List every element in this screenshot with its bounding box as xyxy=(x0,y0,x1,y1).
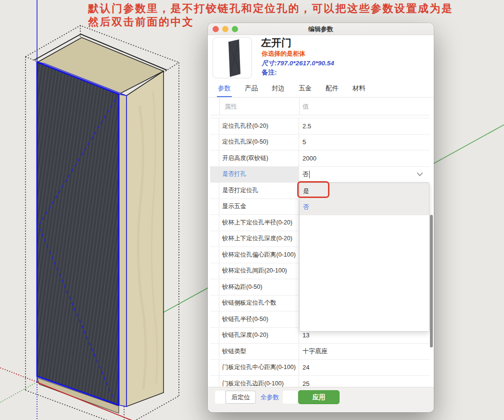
table-row: 定位孔孔深(0-50)5 xyxy=(210,135,429,151)
tab-配件[interactable]: 配件 xyxy=(325,81,340,97)
row-gutter xyxy=(210,360,219,376)
dialog-title: 编辑参数 xyxy=(208,25,434,34)
row-gutter xyxy=(210,118,219,134)
column-attribute: 属性 xyxy=(222,102,237,111)
tab-参数[interactable]: 参数 xyxy=(217,81,232,97)
param-value[interactable]: 5 xyxy=(299,135,429,150)
annotation-line-1: 默认门参数里，是不打铰链孔和定位孔的，可以把这些参数设置成为是 xyxy=(88,2,454,15)
table-row: 门板定位孔中心距离(0-100)24 xyxy=(210,360,429,376)
param-label[interactable]: 铰链孔半径(0-50) xyxy=(219,311,299,327)
table-header: 属性 值 xyxy=(210,98,429,115)
cabinet-door[interactable] xyxy=(37,62,126,407)
param-value[interactable]: 十字底座 xyxy=(299,344,429,359)
param-label[interactable]: 定位孔孔径(0-20) xyxy=(219,118,299,134)
param-label[interactable]: 门板定位孔边距(0-100) xyxy=(219,376,299,387)
blank-toggle-right[interactable] xyxy=(283,391,297,404)
row-gutter xyxy=(210,376,219,387)
door-thumbnail-icon xyxy=(213,37,252,78)
blank-toggle-left[interactable] xyxy=(215,391,225,404)
table-row: 门板定位孔边距(0-100)25 xyxy=(210,376,429,387)
dialog-footer: 后定位 全参数 应用 xyxy=(208,387,434,412)
column-value: 值 xyxy=(299,102,309,111)
param-label[interactable]: 是否打定位孔 xyxy=(219,183,299,198)
row-gutter xyxy=(210,344,219,359)
param-label[interactable]: 是否打孔 xyxy=(219,167,299,183)
param-label[interactable]: 铰杯上下定位孔半径(0-20) xyxy=(219,215,299,231)
chevron-down-icon xyxy=(417,173,423,176)
dropdown-option-否[interactable]: 否 xyxy=(300,199,429,216)
tab-封边[interactable]: 封边 xyxy=(271,81,286,97)
table-row: 开启高度(双铰链)2000 xyxy=(210,150,429,167)
table-row: 铰链类型十字底座 xyxy=(210,344,429,360)
row-gutter xyxy=(210,215,219,231)
text-cursor xyxy=(309,171,310,178)
param-value-select[interactable]: 否 xyxy=(299,167,429,183)
row-gutter xyxy=(210,150,219,166)
row-gutter xyxy=(210,279,219,295)
selection-hint: 你选择的是柜体 xyxy=(262,49,305,58)
dialog-header: 左开门 你选择的是柜体 尺寸:797.0*2617.0*90.54 备注: xyxy=(208,35,434,81)
row-gutter xyxy=(210,263,219,279)
tab-bar: 参数产品封边五金配件材料 xyxy=(208,81,434,98)
row-gutter xyxy=(210,135,219,150)
row-gutter xyxy=(210,199,219,215)
component-note: 备注: xyxy=(262,68,277,77)
param-label[interactable]: 铰链孔深度(0-20) xyxy=(219,328,299,344)
param-label[interactable]: 铰杯边距(0-50) xyxy=(219,279,299,295)
row-gutter xyxy=(210,183,219,198)
param-label[interactable]: 铰链类型 xyxy=(219,344,299,359)
row-gutter xyxy=(210,167,219,183)
param-label[interactable]: 铰杯上下定位孔深度(0-20) xyxy=(219,231,299,247)
row-gutter xyxy=(210,296,219,311)
param-label[interactable]: 定位孔孔深(0-50) xyxy=(219,135,299,150)
row-gutter xyxy=(210,247,219,263)
dialog-titlebar: 编辑参数 xyxy=(208,23,434,35)
param-value[interactable]: 24 xyxy=(299,360,429,376)
annotation-highlight-box xyxy=(297,181,329,198)
tab-五金[interactable]: 五金 xyxy=(298,81,313,97)
table-row: 定位孔孔径(0-20)2.5 xyxy=(210,118,429,135)
table-scrollbar[interactable] xyxy=(430,215,433,347)
edit-parameters-dialog: 编辑参数 左开门 你选择的是柜体 尺寸:797.0*2617.0*90.54 备… xyxy=(208,23,434,412)
dropdown-panel: 是否 xyxy=(299,183,429,332)
param-label[interactable]: 门板定位孔中心距离(0-100) xyxy=(219,360,299,376)
dropdown-option-是[interactable]: 是 xyxy=(300,183,429,199)
rear-position-button[interactable]: 后定位 xyxy=(226,391,256,404)
row-gutter xyxy=(210,311,219,327)
tab-材料[interactable]: 材料 xyxy=(352,81,366,97)
param-label[interactable]: 铰杯定位孔偏心距离(0-100) xyxy=(219,247,299,263)
component-size: 尺寸:797.0*2617.0*90.54 xyxy=(262,59,334,68)
component-name: 左开门 xyxy=(261,36,291,49)
param-value[interactable]: 2000 xyxy=(299,150,429,166)
row-gutter xyxy=(210,328,219,344)
param-value[interactable]: 25 xyxy=(299,376,429,387)
row-gutter xyxy=(210,231,219,247)
door-thumbnail xyxy=(213,37,252,78)
param-label[interactable]: 铰链侧板定位孔个数 xyxy=(219,296,299,311)
param-label[interactable]: 开启高度(双铰链) xyxy=(219,150,299,166)
all-parameters-button[interactable]: 全参数 xyxy=(257,391,282,404)
param-label[interactable]: 显示五金 xyxy=(219,199,299,215)
apply-button[interactable]: 应用 xyxy=(298,390,340,404)
table-row: 是否打孔否 xyxy=(210,167,429,183)
param-label[interactable]: 铰杯定位孔间距(20-100) xyxy=(219,263,299,279)
tab-产品[interactable]: 产品 xyxy=(244,81,259,97)
param-value[interactable]: 2.5 xyxy=(299,118,429,134)
